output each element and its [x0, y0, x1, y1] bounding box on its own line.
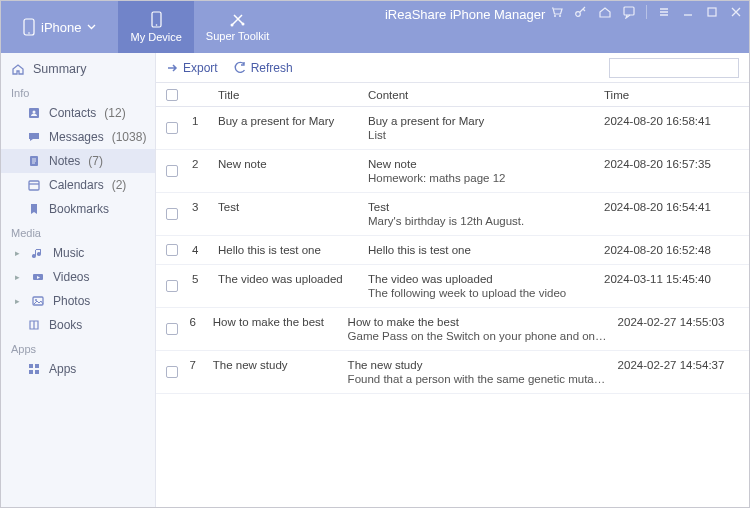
row-checkbox[interactable]	[166, 366, 178, 378]
sidebar-count: (12)	[104, 106, 125, 120]
svg-point-1	[28, 32, 30, 34]
svg-point-7	[559, 15, 561, 17]
key-icon[interactable]	[574, 5, 588, 19]
titlebar: iPhone My Device Super Toolkit iReaShare…	[1, 1, 749, 53]
close-icon[interactable]	[729, 5, 743, 19]
feedback-icon[interactable]	[622, 5, 636, 19]
sidebar-label: Contacts	[49, 106, 96, 120]
row-checkbox[interactable]	[166, 323, 178, 335]
sidebar: Summary Info Contacts (12) Messages (103…	[1, 53, 156, 507]
phone-icon	[150, 11, 163, 29]
sidebar-item-music[interactable]: ▸ Music	[1, 241, 155, 265]
table-row[interactable]: 4Hello this is test oneHello this is tes…	[156, 236, 749, 265]
maximize-icon[interactable]	[705, 5, 719, 19]
sidebar-group-apps: Apps	[1, 337, 155, 357]
column-title[interactable]: Title	[218, 89, 368, 101]
sidebar-label: Calendars	[49, 178, 104, 192]
row-checkbox[interactable]	[166, 280, 178, 292]
svg-rect-21	[35, 370, 39, 374]
column-time[interactable]: Time	[604, 89, 739, 101]
sidebar-item-contacts[interactable]: Contacts (12)	[1, 101, 155, 125]
row-content: New noteHomework: maths page 12	[368, 158, 604, 184]
chevron-right-icon: ▸	[15, 248, 23, 258]
row-checkbox[interactable]	[166, 122, 178, 134]
sidebar-item-messages[interactable]: Messages (1038)	[1, 125, 155, 149]
sidebar-label: Apps	[49, 362, 76, 376]
minimize-icon[interactable]	[681, 5, 695, 19]
sidebar-item-photos[interactable]: ▸ Photos	[1, 289, 155, 313]
svg-rect-10	[708, 8, 716, 16]
calendar-icon	[27, 178, 41, 192]
row-title: Test	[218, 201, 368, 227]
sidebar-group-media: Media	[1, 221, 155, 241]
svg-rect-19	[35, 364, 39, 368]
row-content: TestMary's birthday is 12th August.	[368, 201, 604, 227]
phone-icon	[23, 18, 35, 36]
table-row[interactable]: 6How to make the bestHow to make the bes…	[156, 308, 749, 351]
export-button[interactable]: Export	[166, 61, 218, 75]
sidebar-item-bookmarks[interactable]: Bookmarks	[1, 197, 155, 221]
row-title: The new study	[213, 359, 348, 385]
row-index: 2	[192, 158, 218, 184]
window-controls	[550, 5, 743, 19]
sidebar-item-books[interactable]: Books	[1, 313, 155, 337]
svg-point-3	[155, 24, 157, 26]
row-time: 2024-03-11 15:45:40	[604, 273, 739, 299]
svg-rect-20	[29, 370, 33, 374]
svg-rect-14	[29, 181, 39, 190]
chevron-right-icon: ▸	[15, 272, 23, 282]
row-content: How to make the bestGame Pass on the Swi…	[348, 316, 618, 342]
column-content[interactable]: Content	[368, 89, 604, 101]
table-row[interactable]: 1Buy a present for MaryBuy a present for…	[156, 107, 749, 150]
sidebar-item-summary[interactable]: Summary	[1, 57, 155, 81]
svg-rect-9	[624, 7, 634, 15]
bookmark-icon	[27, 202, 41, 216]
apps-icon	[27, 362, 41, 376]
row-title: Buy a present for Mary	[218, 115, 368, 141]
row-checkbox[interactable]	[166, 244, 178, 256]
svg-rect-18	[29, 364, 33, 368]
menu-icon[interactable]	[657, 5, 671, 19]
sidebar-label: Photos	[53, 294, 90, 308]
cart-icon[interactable]	[550, 5, 564, 19]
select-all-checkbox[interactable]	[166, 89, 178, 101]
sidebar-label: Notes	[49, 154, 80, 168]
separator	[646, 5, 647, 19]
table-row[interactable]: 5The video was uploadedThe video was upl…	[156, 265, 749, 308]
row-checkbox[interactable]	[166, 165, 178, 177]
messages-icon	[27, 130, 41, 144]
body: Summary Info Contacts (12) Messages (103…	[1, 53, 749, 507]
row-index: 3	[192, 201, 218, 227]
tab-label: Super Toolkit	[206, 30, 269, 42]
video-icon	[31, 270, 45, 284]
sidebar-item-apps[interactable]: Apps	[1, 357, 155, 381]
search-input[interactable]	[614, 62, 750, 74]
svg-point-5	[241, 23, 244, 26]
sidebar-count: (1038)	[112, 130, 147, 144]
table-row[interactable]: 7The new studyThe new studyFound that a …	[156, 351, 749, 394]
sidebar-item-notes[interactable]: Notes (7)	[1, 149, 155, 173]
sidebar-item-videos[interactable]: ▸ Videos	[1, 265, 155, 289]
refresh-button[interactable]: Refresh	[234, 61, 293, 75]
tab-my-device[interactable]: My Device	[118, 1, 193, 53]
button-label: Refresh	[251, 61, 293, 75]
sidebar-label: Bookmarks	[49, 202, 109, 216]
device-selector[interactable]: iPhone	[1, 1, 118, 53]
table-row[interactable]: 3TestTestMary's birthday is 12th August.…	[156, 193, 749, 236]
tab-super-toolkit[interactable]: Super Toolkit	[194, 1, 281, 53]
row-time: 2024-08-20 16:58:41	[604, 115, 739, 141]
row-index: 6	[189, 316, 212, 342]
row-time: 2024-08-20 16:57:35	[604, 158, 739, 184]
sidebar-count: (7)	[88, 154, 103, 168]
sidebar-label: Music	[53, 246, 84, 260]
notes-icon	[27, 154, 41, 168]
svg-point-8	[576, 12, 581, 17]
table-row[interactable]: 2New noteNew noteHomework: maths page 12…	[156, 150, 749, 193]
main: Export Refresh Title Content Time	[156, 53, 749, 507]
row-checkbox[interactable]	[166, 208, 178, 220]
home-icon	[11, 62, 25, 76]
search-box[interactable]	[609, 58, 739, 78]
home-icon[interactable]	[598, 5, 612, 19]
sidebar-item-calendars[interactable]: Calendars (2)	[1, 173, 155, 197]
table-header: Title Content Time	[156, 83, 749, 107]
